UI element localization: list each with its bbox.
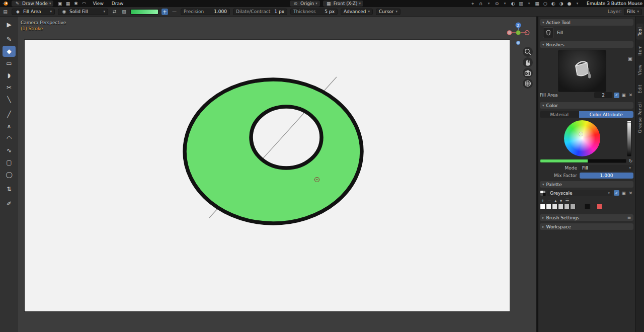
gizmo-z-neg-axis[interactable] bbox=[517, 41, 520, 45]
brush-browse-icon[interactable]: ▣ bbox=[628, 56, 632, 61]
panel-header-brushes[interactable]: ▾ Brushes bbox=[540, 41, 633, 48]
shading-material-icon[interactable]: ◑ bbox=[558, 1, 565, 7]
lattice-icon[interactable]: ▦ bbox=[64, 1, 71, 7]
gizmo-y-axis[interactable] bbox=[516, 31, 521, 35]
overlays-icon[interactable]: ▥ bbox=[518, 1, 524, 7]
thickness-field[interactable]: Thickness 5 px bbox=[290, 9, 338, 15]
value-slider[interactable] bbox=[627, 120, 631, 156]
palette-swatch[interactable] bbox=[540, 204, 545, 209]
fill-area-value-field[interactable]: 2 bbox=[594, 92, 612, 98]
refresh-color-icon[interactable]: ↻ bbox=[628, 158, 633, 163]
curve-tool-button[interactable]: ∿ bbox=[3, 145, 16, 156]
precision-field[interactable]: Precision 1.000 bbox=[181, 9, 230, 15]
color-wheel-cursor[interactable] bbox=[579, 132, 583, 136]
mask-icon[interactable]: ▧ bbox=[121, 9, 127, 15]
fill-settings-icon[interactable]: ▤ bbox=[2, 9, 9, 15]
cutter-tool-button[interactable]: ✂ bbox=[3, 82, 16, 93]
annotate-tool-button[interactable]: ✐ bbox=[3, 198, 16, 209]
fill-style-dropdown[interactable]: ◉ Solid Fill ▾ bbox=[58, 9, 108, 15]
tweak-tool-button[interactable]: ▶ bbox=[3, 19, 16, 30]
palette-swatch[interactable] bbox=[591, 204, 596, 209]
blender-logo-icon[interactable] bbox=[2, 1, 9, 6]
panel-menu-icon[interactable]: ☰ bbox=[627, 215, 631, 220]
swap-colors-icon[interactable]: ⇄ bbox=[111, 9, 118, 15]
layer-dropdown[interactable]: Fills ▾ bbox=[624, 9, 642, 15]
current-color-bar[interactable] bbox=[540, 159, 626, 163]
panel-header-brush-settings[interactable]: ▸ Brush Settings ☰ bbox=[540, 214, 633, 221]
stabilizer-icon[interactable]: ◠ bbox=[80, 1, 87, 7]
draw-tool-button[interactable]: ✎ bbox=[3, 34, 16, 45]
multiframe-icon[interactable]: ▣ bbox=[56, 1, 63, 7]
palette-swatch[interactable] bbox=[564, 204, 570, 209]
sidebar-tab-tool[interactable]: Tool bbox=[636, 24, 643, 40]
menu-view[interactable]: View bbox=[90, 1, 106, 6]
brush-color-swatch[interactable] bbox=[130, 9, 158, 15]
camera-canvas[interactable] bbox=[24, 39, 510, 312]
line-tool-button[interactable]: ╱ bbox=[3, 109, 16, 120]
guides-icon[interactable]: ✱ bbox=[72, 1, 79, 7]
fill-tool-button[interactable]: ◆ bbox=[3, 46, 16, 57]
drawing-plane-selector[interactable]: ▦ Front (X-Z) ▾ bbox=[323, 1, 363, 7]
shading-dropdown-icon[interactable]: ▾ bbox=[574, 1, 581, 7]
box-tool-button[interactable]: ▢ bbox=[3, 157, 16, 168]
tab-color-attribute[interactable]: Color Attribute bbox=[579, 111, 634, 118]
arc-tool-button[interactable]: ◠ bbox=[3, 133, 16, 144]
gizmo-x-neg-axis[interactable] bbox=[507, 31, 511, 35]
sidebar-tab-view[interactable]: View bbox=[636, 61, 643, 78]
tab-material[interactable]: Material bbox=[540, 111, 579, 118]
mix-factor-slider[interactable]: 1.000 bbox=[580, 173, 633, 179]
add-color-button[interactable]: + bbox=[162, 9, 168, 15]
overlays-dropdown-icon[interactable]: ▾ bbox=[526, 1, 532, 7]
camera-view-button[interactable] bbox=[523, 68, 533, 78]
palette-duplicate-icon[interactable]: ▣ bbox=[621, 191, 626, 196]
transform-pivot-selector[interactable]: ⊙ Origin ▾ bbox=[290, 1, 320, 7]
interpolate-tool-button[interactable]: ⇅ bbox=[3, 184, 16, 195]
palette-unlink-icon[interactable]: ✕ bbox=[628, 191, 633, 196]
palette-add-button[interactable]: + bbox=[541, 198, 545, 203]
cursor-target-icon[interactable]: ⌖ bbox=[469, 1, 476, 7]
pan-button[interactable] bbox=[523, 57, 533, 67]
dilate-contract-field[interactable]: Dilate/Contract 1 px bbox=[233, 9, 287, 15]
snap-dropdown-icon[interactable]: ▾ bbox=[486, 1, 492, 7]
menu-draw[interactable]: Draw bbox=[109, 1, 126, 6]
palette-move-down-button[interactable]: ▾ bbox=[560, 198, 562, 203]
palette-swatch[interactable] bbox=[546, 204, 551, 209]
palette-fake-user-icon[interactable]: ✓ bbox=[614, 190, 619, 196]
sidebar-tab-grease-pencil[interactable]: Grease Pencil bbox=[636, 99, 643, 136]
unlink-icon[interactable]: ✕ bbox=[628, 93, 633, 98]
duplicate-icon[interactable]: ▣ bbox=[621, 93, 626, 98]
brush-type-dropdown[interactable]: ◆ Fill Area ▾ bbox=[12, 9, 55, 15]
perspective-toggle-button[interactable] bbox=[523, 78, 533, 89]
palette-swatch[interactable] bbox=[597, 204, 602, 209]
palette-dropdown[interactable]: Greyscale ▾ bbox=[547, 190, 612, 196]
sidebar-tab-item[interactable]: Item bbox=[636, 42, 643, 59]
cursor-dropdown[interactable]: Cursor ▾ bbox=[376, 9, 400, 15]
xray-icon[interactable]: ▦ bbox=[534, 1, 540, 7]
snap-magnet-icon[interactable]: ∩ bbox=[477, 1, 484, 7]
tint-tool-button[interactable]: ◗ bbox=[3, 70, 16, 81]
panel-header-active-tool[interactable]: ▾ Active Tool bbox=[540, 19, 633, 26]
sidebar-tab-edit[interactable]: Edit bbox=[636, 81, 643, 97]
color-wheel[interactable] bbox=[564, 120, 600, 156]
panel-header-color[interactable]: ▾ Color bbox=[540, 102, 633, 109]
polyline-tool-button[interactable]: ∧ bbox=[3, 121, 16, 132]
visibility-icon[interactable]: ◐ bbox=[510, 1, 516, 7]
palette-remove-button[interactable]: − bbox=[548, 198, 552, 203]
palette-swatch[interactable] bbox=[558, 204, 564, 209]
erase-tool-button[interactable]: ▭ bbox=[3, 58, 16, 69]
palette-swatch[interactable] bbox=[552, 204, 557, 209]
shading-solid-icon[interactable]: ◐ bbox=[550, 1, 556, 7]
shading-wireframe-icon[interactable]: ○ bbox=[542, 1, 548, 7]
mode-selector[interactable]: ✎ Draw Mode ▾ bbox=[12, 1, 53, 7]
fill-tool-thumbnail[interactable] bbox=[543, 27, 554, 38]
shading-rendered-icon[interactable]: ● bbox=[566, 1, 573, 7]
mode-dropdown[interactable]: Fill ▾ bbox=[580, 165, 633, 171]
eyedropper-tool-button[interactable]: ╲ bbox=[3, 94, 16, 105]
panel-header-palette[interactable]: ▾ Palette bbox=[540, 181, 633, 188]
panel-header-workspace[interactable]: ▸ Workspace bbox=[540, 223, 633, 230]
value-slider-handle[interactable] bbox=[627, 122, 631, 123]
advanced-dropdown[interactable]: Advanced ▾ bbox=[341, 9, 373, 15]
proportional-edit-icon[interactable]: ⊙ bbox=[494, 1, 500, 7]
palette-move-up-button[interactable]: ▴ bbox=[554, 198, 557, 203]
viewport[interactable]: Camera Perspective (1) Stroke Z bbox=[18, 17, 536, 332]
